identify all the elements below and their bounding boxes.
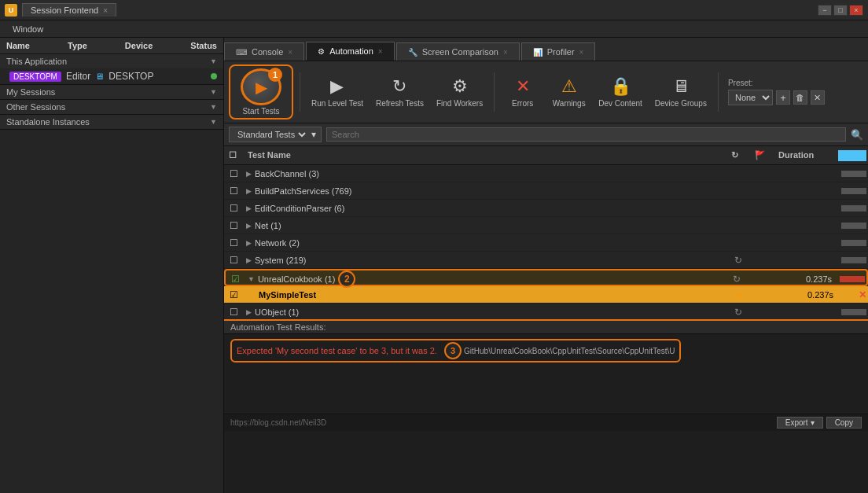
maximize-button[interactable]: □ (833, 5, 848, 16)
run-level-button[interactable]: ▶ Run Level Test (307, 73, 368, 111)
col-bar-header (838, 150, 866, 161)
table-row[interactable]: ☐ ▶ Network (2) (224, 234, 868, 252)
start-tests-button[interactable]: ▶ 1 Start Tests (233, 68, 289, 116)
row-name: ▶ EditConditionParser (6) (243, 204, 726, 213)
device-groups-icon: 🖥 (672, 76, 690, 97)
row-check[interactable]: ☐ (224, 203, 243, 214)
row-check[interactable]: ☑ (224, 289, 243, 300)
standalone-arrow: ▼ (210, 118, 217, 126)
expand-icon: ▶ (246, 170, 252, 178)
row-check[interactable]: ☐ (224, 307, 243, 318)
tab-screen-label: Screen Comparison (422, 47, 498, 57)
export-button[interactable]: Export ▾ (777, 417, 823, 429)
test-list-header: ☐ Test Name ↻ 🚩 Duration (224, 146, 868, 165)
table-row[interactable]: ☐ ▶ Net (1) (224, 217, 868, 234)
expand-icon: ▶ (246, 204, 252, 212)
table-row[interactable]: ☑ ▼ UnrealCookbook (1) 2 ↻ 0.237s (224, 269, 868, 286)
table-row[interactable]: ☐ ▶ BackChannel (3) (224, 165, 868, 182)
close-button[interactable]: × (849, 5, 863, 16)
tab-profiler-close[interactable]: × (579, 48, 584, 57)
screen-icon: 🔧 (408, 48, 417, 57)
col-duration-header: Duration (774, 149, 837, 162)
tab-automation[interactable]: ⚙ Automation × (306, 42, 395, 61)
table-row[interactable]: ☑ MySimpleTest ★ 0.237s ✕ (224, 286, 868, 304)
refresh-tests-button[interactable]: ↻ Refresh Tests (371, 73, 428, 111)
row-check[interactable]: ☑ (226, 274, 245, 285)
filter-dropdown[interactable]: Standard Tests ▾ (229, 127, 322, 142)
separator-2 (494, 72, 495, 112)
errors-label: Errors (512, 99, 533, 108)
title-bar: U Session Frontend × − □ × (0, 0, 868, 20)
filter-bar: Standard Tests ▾ 🔍 (224, 123, 868, 146)
session-tab[interactable]: Session Frontend × (22, 3, 116, 17)
bar-indicator (841, 223, 866, 229)
col-name: Name (6, 41, 30, 50)
preset-select[interactable]: None (728, 90, 773, 105)
search-input[interactable] (326, 127, 846, 142)
tab-console[interactable]: ⌨ Console × (224, 42, 304, 61)
window-controls: − □ × (818, 5, 863, 16)
errors-button[interactable]: ✕ Errors (501, 73, 544, 111)
row-icon1: ★ (726, 289, 750, 300)
row-check[interactable]: ☐ (224, 168, 243, 179)
search-icon[interactable]: 🔍 (851, 129, 863, 141)
my-sessions-section: My Sessions ▼ (0, 85, 223, 100)
start-circle: ▶ 1 (241, 68, 281, 105)
minimize-button[interactable]: − (818, 5, 832, 16)
table-row[interactable]: ☐ ▶ BuildPatchServices (769) (224, 182, 868, 200)
dev-content-button[interactable]: 🔒 Dev Content (594, 73, 647, 111)
row-check[interactable]: ☐ (224, 220, 243, 231)
warnings-button[interactable]: ⚠ Warnings (547, 73, 590, 111)
row-name: ▶ BackChannel (3) (243, 169, 726, 178)
table-row[interactable]: ☐ ▶ System (219) ↻ (224, 252, 868, 269)
standalone-header[interactable]: Standalone Instances ▼ (0, 115, 223, 129)
refresh-icon: ↻ (392, 76, 406, 97)
device-name: DESKTOP (108, 71, 153, 82)
row-name: ▶ Network (2) (243, 238, 726, 248)
row-bar (837, 205, 868, 212)
error-callout: Expected 'My second test case' to be 3, … (230, 339, 681, 362)
row-icon1: ↻ (726, 255, 750, 266)
row-bar (837, 309, 868, 315)
tab-console-close[interactable]: × (288, 48, 292, 57)
col-check-header: ☐ (224, 149, 243, 162)
export-label: Export (785, 418, 808, 427)
my-sessions-header[interactable]: My Sessions ▼ (0, 85, 223, 99)
col-name-header: Test Name (243, 149, 726, 162)
tab-screen-close[interactable]: × (503, 48, 508, 57)
tab-automation-label: Automation (329, 46, 373, 56)
results-header: Automation Test Results: (224, 321, 868, 334)
error-text: Expected 'My second test case' to be 3, … (237, 346, 437, 355)
table-row[interactable]: ☐ ▶ EditConditionParser (6) (224, 200, 868, 217)
refresh-status-icon: ↻ (733, 274, 741, 285)
status-bar-buttons: Export ▾ Copy (777, 417, 862, 429)
find-workers-button[interactable]: ⚙ Find Workers (432, 73, 487, 111)
other-sessions-header[interactable]: Other Sessions ▼ (0, 100, 223, 114)
preset-delete-button[interactable]: 🗑 (793, 90, 807, 105)
error-line: Expected 'My second test case' to be 3, … (230, 337, 862, 364)
tab-automation-close[interactable]: × (378, 47, 383, 56)
col-icon2-header: 🚩 (750, 149, 774, 162)
menu-window[interactable]: Window (6, 23, 50, 35)
preset-add-button[interactable]: + (776, 90, 790, 105)
toolbar: ▶ 1 Start Tests ▶ Run Level Test ↻ Refre… (224, 61, 868, 123)
row-check[interactable]: ☐ (224, 237, 243, 248)
tab-profiler[interactable]: 📊 Profiler × (521, 42, 596, 61)
preset-close-button[interactable]: ✕ (811, 90, 825, 105)
app-icon: U (5, 4, 17, 17)
sidebar: Name Type Device Status This Application… (0, 38, 224, 493)
app-row[interactable]: DESKTOPM Editor 🖥 DESKTOP (0, 68, 223, 84)
session-tab-label: Session Frontend (31, 6, 98, 15)
this-application-header[interactable]: This Application ▼ (0, 54, 223, 68)
table-row[interactable]: ☐ ▶ UObject (1) ↻ (224, 304, 868, 319)
device-groups-button[interactable]: 🖥 Device Groups (650, 73, 712, 111)
test-type-select[interactable]: Standard Tests (234, 129, 308, 140)
session-tab-close[interactable]: × (103, 6, 108, 15)
copy-button[interactable]: Copy (826, 417, 862, 429)
desktop-tag: DESKTOPM (9, 72, 61, 82)
row-check[interactable]: ☐ (224, 186, 243, 197)
tab-screen[interactable]: 🔧 Screen Comparison × (396, 42, 520, 61)
start-tests-outline: ▶ 1 Start Tests (229, 64, 293, 120)
row-check[interactable]: ☐ (224, 255, 243, 266)
row-bar (837, 257, 868, 263)
